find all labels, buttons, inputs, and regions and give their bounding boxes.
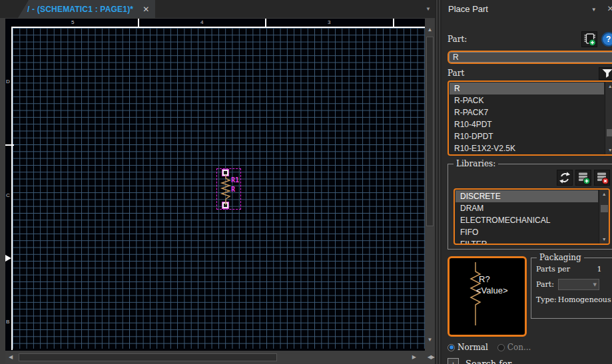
radio-normal[interactable] (448, 344, 455, 351)
type-label: Type: (536, 295, 557, 304)
horizontal-scrollbar[interactable]: ◀ ▶ ◀▶ (5, 351, 435, 363)
component-refdes: R1 (231, 176, 239, 184)
library-remove-icon (595, 170, 609, 185)
library-list-item[interactable]: DISCRETE (456, 190, 598, 202)
scroll-thumb[interactable] (601, 205, 608, 212)
part-list-item[interactable]: R-PACK (450, 94, 604, 106)
schematic-editor-region: / - (SCHEMATIC1 : PAGE1)* ✕ ▼ 5 4 3 D C … (0, 0, 435, 364)
library-list-item[interactable]: DRAM (456, 202, 598, 214)
help-button[interactable]: ? (601, 32, 612, 47)
parts-per-value: 1 (597, 265, 611, 273)
packaging-title: Packaging (537, 253, 584, 262)
filter-funnel-icon (601, 69, 612, 79)
preview-refdes: R? (479, 274, 490, 284)
page-border-top (11, 27, 425, 28)
remove-library-button[interactable] (594, 170, 610, 186)
library-add-icon (576, 170, 591, 185)
vertical-scrollbar[interactable]: ▲ ▼ (425, 19, 435, 351)
type-value: Homogeneous (558, 295, 611, 304)
library-list-item[interactable]: FIFO (456, 226, 598, 238)
schematic-canvas[interactable]: 5 4 3 D C B R1 R (5, 19, 425, 351)
application-window: / - (SCHEMATIC1 : PAGE1)* ✕ ▼ 5 4 3 D C … (0, 0, 612, 364)
refresh-libraries-button[interactable] (557, 170, 573, 186)
resistor-symbol-icon (220, 175, 232, 206)
part-list-item[interactable]: R-PACK7 (450, 106, 604, 118)
ruler-tick (393, 19, 394, 27)
tab-schematic-page1[interactable]: / - (SCHEMATIC1 : PAGE1)* ✕ (18, 0, 155, 18)
preview-value: <Value> (476, 285, 507, 295)
ruler-zone-label: C (6, 192, 10, 198)
pointer-marker-icon (5, 255, 11, 262)
ruler-zone-label: 3 (328, 19, 330, 25)
ruler-tick (5, 144, 14, 146)
packaging-part-label: Part: (536, 280, 554, 289)
component-value: R (231, 186, 235, 193)
horizontal-scroll-thumb[interactable] (19, 353, 277, 361)
libraries-list-scrollbar[interactable]: ▲ ▼ (599, 190, 609, 244)
page-border-left (11, 27, 13, 350)
panel-body: Part: ? (442, 18, 612, 364)
scroll-left-icon[interactable]: ◀ (9, 354, 13, 360)
radio-convert-label: Con... (507, 343, 531, 352)
panel-splitter[interactable] (435, 0, 442, 364)
refresh-icon (558, 171, 571, 184)
tab-title: / - (SCHEMATIC1 : PAGE1)* (27, 5, 133, 14)
part-list-item[interactable]: R (450, 83, 604, 94)
part-list-item[interactable]: R10-4PDT (450, 118, 604, 130)
scroll-up-icon[interactable]: ▲ (599, 192, 609, 196)
part-list-scrollbar[interactable]: ▲ ▼ (605, 82, 612, 154)
filter-button[interactable] (599, 67, 612, 80)
part-field-label: Part: (448, 35, 467, 44)
tab-close-icon[interactable]: ✕ (143, 5, 149, 14)
scroll-right-icon[interactable]: ▶ (412, 354, 416, 360)
library-list-item[interactable]: FILTER (456, 238, 598, 245)
libraries-list: DISCRETE DRAM ELECTROMECHANICAL FIFO FIL… (454, 188, 610, 245)
panel-title: Place Part (448, 4, 488, 14)
part-preview: R? <Value> (448, 256, 527, 337)
scroll-down-icon[interactable]: ▼ (605, 148, 612, 152)
pane-splitter-icons[interactable]: ◀▶ (428, 354, 434, 360)
tab-list-chevron-icon[interactable]: ▼ (426, 6, 431, 12)
library-list-item[interactable]: ELECTROMECHANICAL (456, 214, 598, 226)
ruler-zone-label: D (6, 79, 10, 85)
libraries-label: Libraries: (454, 159, 498, 168)
part-list: R R-PACK R-PACK7 R10-4PDT R10-DPDT R10-E… (448, 81, 612, 156)
new-part-button[interactable] (581, 31, 597, 47)
scroll-down-icon[interactable]: ▼ (425, 337, 435, 343)
ruler-zone-label: 4 (200, 19, 203, 25)
scroll-up-icon[interactable]: ▲ (425, 27, 435, 33)
part-list-label: Part (448, 69, 464, 78)
part-search-input[interactable] (448, 51, 612, 64)
panel-close-icon[interactable]: ✕ (607, 4, 612, 13)
ruler-tick (138, 19, 139, 27)
parts-per-label: Parts per (536, 265, 570, 273)
panel-menu-chevron-icon[interactable]: ▼ (591, 7, 597, 13)
scroll-down-icon[interactable]: ▼ (599, 237, 609, 242)
radio-normal-label: Normal (458, 343, 488, 352)
libraries-groupbox: Libraries: (448, 164, 612, 250)
help-icon: ? (606, 35, 611, 44)
search-expand-button[interactable]: + (448, 358, 459, 364)
part-list-item[interactable]: R10-E1X2-V2.5K (450, 142, 604, 154)
place-part-panel: Place Part ▼ ✕ Part: (442, 0, 612, 364)
part-list-item[interactable]: R10-DPDT (450, 130, 604, 142)
scroll-up-icon[interactable]: ▲ (605, 84, 612, 89)
ruler-tick (265, 19, 266, 27)
ruler-zone-label: B (6, 319, 9, 325)
placed-resistor-component[interactable]: R1 R (216, 168, 241, 210)
packaging-groupbox: Packaging Parts per 1 Part: ▼ Type: Homo… (531, 258, 612, 319)
radio-convert[interactable] (497, 344, 505, 351)
ruler-zone-label: 5 (71, 19, 74, 25)
search-for-label[interactable]: Search for (465, 359, 511, 364)
vertical-scroll-thumb[interactable] (426, 37, 434, 226)
packaging-part-dropdown[interactable]: ▼ (558, 279, 599, 290)
chip-add-icon (582, 32, 597, 47)
scroll-thumb[interactable] (607, 129, 612, 136)
chevron-down-icon: ▼ (593, 282, 596, 287)
panel-header: Place Part ▼ ✕ (442, 0, 612, 18)
document-tab-bar: / - (SCHEMATIC1 : PAGE1)* ✕ ▼ (0, 0, 435, 18)
add-library-button[interactable] (575, 170, 591, 186)
